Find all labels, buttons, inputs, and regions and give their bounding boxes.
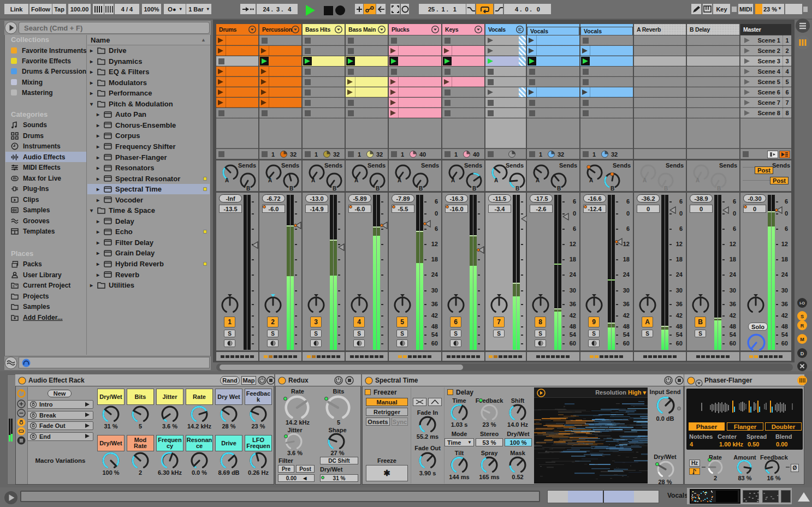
svg-text:I-O: I-O — [799, 301, 805, 305]
svg-text:D: D — [801, 351, 804, 356]
svg-text:R: R — [801, 323, 804, 329]
svg-text:S: S — [801, 314, 804, 319]
svg-text:M: M — [800, 337, 804, 342]
